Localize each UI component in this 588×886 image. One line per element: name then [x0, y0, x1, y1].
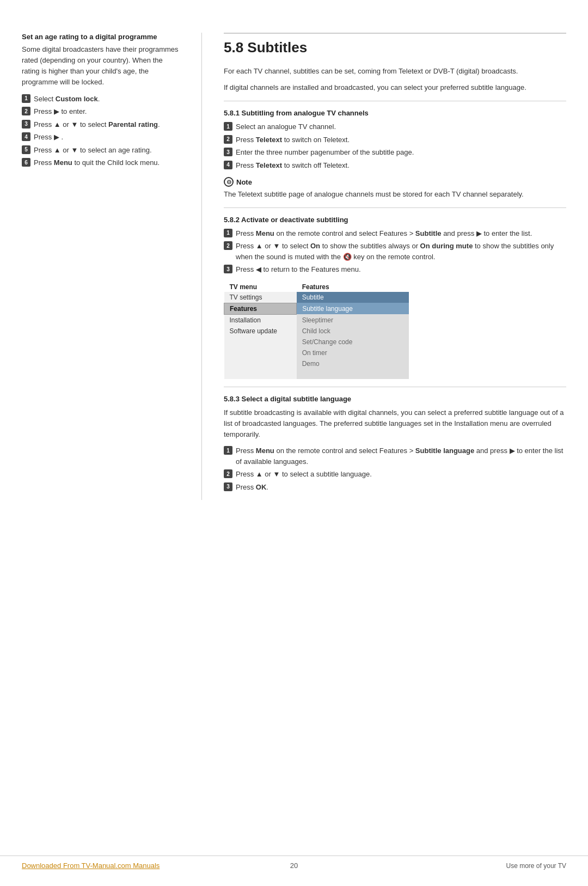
note-block: ⊝ Note The Teletext subtitle page of ana…: [224, 177, 566, 200]
step-583-num-1: 1: [224, 446, 232, 455]
mute-icon: 🔇: [343, 252, 352, 262]
step-581-num-3: 3: [224, 148, 232, 156]
step-582-num-3: 3: [224, 265, 232, 273]
step-num-6: 6: [22, 158, 30, 167]
step-num-4: 4: [22, 132, 30, 141]
step-581-3-text: Enter the three number pagenumber of the…: [236, 147, 414, 158]
step-581-2-text: Press Teletext to switch on Teletext.: [236, 135, 350, 145]
table-row-2: Features Subtitle language: [224, 303, 409, 314]
step-583-2-text: Press ▲ or ▼ to select a subtitle langua…: [236, 469, 372, 480]
step-582-3-text: Press ◀ to return to the Features menu.: [236, 264, 361, 275]
step-581-4: 4 Press Teletext to switch off Teletext.: [224, 160, 566, 171]
step-582-2-text: Press ▲ or ▼ to select On to show the su…: [236, 241, 566, 262]
table-cell-sleeptimer: Sleeptimer: [297, 314, 409, 326]
subsection-582: 5.8.2 Activate or deactivate subtitling …: [224, 207, 566, 379]
tv-menu-table: TV menu Features TV settings Subtitle Fe…: [224, 282, 409, 379]
step-582-1: 1 Press Menu on the remote control and s…: [224, 228, 566, 239]
left-column: Set an age rating to a digital programme…: [22, 33, 180, 500]
right-intro-2: If digital channels are installed and br…: [224, 82, 566, 93]
right-intro-1: For each TV channel, subtitles can be se…: [224, 66, 566, 77]
table-cell-software-update: Software update: [224, 326, 297, 337]
left-step-3-text: Press ▲ or ▼ to select Parental rating.: [34, 119, 160, 130]
left-steps: 1 Select Custom lock. 2 Press ▶ to enter…: [22, 94, 180, 168]
step-583-2: 2 Press ▲ or ▼ to select a subtitle lang…: [224, 469, 566, 480]
note-icon: ⊝: [224, 177, 234, 187]
left-step-1-text: Select Custom lock.: [34, 94, 100, 105]
left-step-2-text: Press ▶ to enter.: [34, 106, 87, 117]
steps-582: 1 Press Menu on the remote control and s…: [224, 228, 566, 275]
left-step-6-text: Press Menu to quit the Child lock menu.: [34, 157, 160, 168]
subsection-583-title: 5.8.3 Select a digital subtitle language: [224, 395, 566, 403]
left-step-4-text: Press ▶ .: [34, 132, 63, 143]
note-text: The Teletext subtitle page of analogue c…: [224, 189, 566, 200]
table-cell-empty-3: [224, 358, 297, 369]
table-row-8: [224, 369, 409, 379]
left-step-4: 4 Press ▶ .: [22, 132, 180, 143]
subsection-583-intro: If subtitle broadcasting is available wi…: [224, 407, 566, 440]
footer-link[interactable]: Downloaded From TV-Manual.com Manuals: [22, 861, 160, 870]
table-cell-empty-1: [224, 337, 297, 347]
steps-583: 1 Press Menu on the remote control and s…: [224, 445, 566, 492]
table-header-left: TV menu: [224, 282, 297, 292]
step-583-num-3: 3: [224, 482, 232, 491]
table-cell-demo: Demo: [297, 358, 409, 369]
table-row-1: TV settings Subtitle: [224, 292, 409, 303]
step-num-2: 2: [22, 107, 30, 115]
table-row-5: Set/Change code: [224, 337, 409, 347]
step-581-1: 1 Select an analogue TV channel.: [224, 121, 566, 132]
table-row-6: On timer: [224, 347, 409, 358]
table-cell-child-lock: Child lock: [297, 326, 409, 337]
note-label: Note: [236, 178, 252, 186]
step-num-5: 5: [22, 145, 30, 154]
step-582-2: 2 Press ▲ or ▼ to select On to show the …: [224, 241, 566, 262]
subsection-581: 5.8.1 Subtitling from analogue TV channe…: [224, 101, 566, 200]
subsection-582-title: 5.8.2 Activate or deactivate subtitling: [224, 216, 566, 224]
step-581-num-4: 4: [224, 161, 232, 169]
step-581-3: 3 Enter the three number pagenumber of t…: [224, 147, 566, 158]
table-row-4: Software update Child lock: [224, 326, 409, 337]
table-cell-empty-5: [297, 369, 409, 379]
step-581-1-text: Select an analogue TV channel.: [236, 121, 336, 132]
left-step-6: 6 Press Menu to quit the Child lock menu…: [22, 157, 180, 168]
step-num-3: 3: [22, 120, 30, 129]
step-num-1: 1: [22, 94, 30, 103]
table-cell-set-change: Set/Change code: [297, 337, 409, 347]
left-heading: Set an age rating to a digital programme: [22, 33, 180, 41]
footer-right-text: Use more of your TV: [506, 862, 566, 870]
table-row-3: Installation Sleeptimer: [224, 314, 409, 326]
step-582-1-text: Press Menu on the remote control and sel…: [236, 228, 532, 239]
left-step-2: 2 Press ▶ to enter.: [22, 106, 180, 117]
left-step-5-text: Press ▲ or ▼ to select an age rating.: [34, 145, 152, 156]
steps-581: 1 Select an analogue TV channel. 2 Press…: [224, 121, 566, 170]
table-cell-empty-4: [224, 369, 297, 379]
table-cell-tv-settings: TV settings: [224, 292, 297, 303]
table-cell-subtitle: Subtitle: [297, 292, 409, 303]
left-step-5: 5 Press ▲ or ▼ to select an age rating.: [22, 145, 180, 156]
step-581-2: 2 Press Teletext to switch on Teletext.: [224, 135, 566, 145]
right-column: 5.8 Subtitles For each TV channel, subti…: [201, 33, 566, 500]
step-583-1: 1 Press Menu on the remote control and s…: [224, 445, 566, 467]
step-583-num-2: 2: [224, 469, 232, 478]
step-581-4-text: Press Teletext to switch off Teletext.: [236, 160, 350, 171]
step-582-num-2: 2: [224, 241, 232, 250]
table-row-7: Demo: [224, 358, 409, 369]
left-step-1: 1 Select Custom lock.: [22, 94, 180, 105]
main-title-box: 5.8 Subtitles: [224, 33, 566, 56]
step-583-1-text: Press Menu on the remote control and sel…: [236, 445, 566, 467]
table-cell-subtitle-language: Subtitle language: [297, 303, 409, 314]
left-intro: Some digital broadcasters have their pro…: [22, 44, 180, 88]
left-step-3: 3 Press ▲ or ▼ to select Parental rating…: [22, 119, 180, 130]
subsection-583: 5.8.3 Select a digital subtitle language…: [224, 387, 566, 492]
table-header-row: TV menu Features: [224, 282, 409, 292]
table-header-right: Features: [297, 282, 409, 292]
step-583-3: 3 Press OK.: [224, 482, 566, 493]
step-582-num-1: 1: [224, 229, 232, 237]
table-cell-on-timer: On timer: [297, 347, 409, 358]
table-cell-installation: Installation: [224, 314, 297, 326]
table-cell-features: Features: [224, 303, 297, 314]
note-heading: ⊝ Note: [224, 177, 566, 187]
page-number: 20: [290, 861, 298, 870]
table-cell-empty-2: [224, 347, 297, 358]
step-582-3: 3 Press ◀ to return to the Features menu…: [224, 264, 566, 275]
step-581-num-2: 2: [224, 135, 232, 144]
